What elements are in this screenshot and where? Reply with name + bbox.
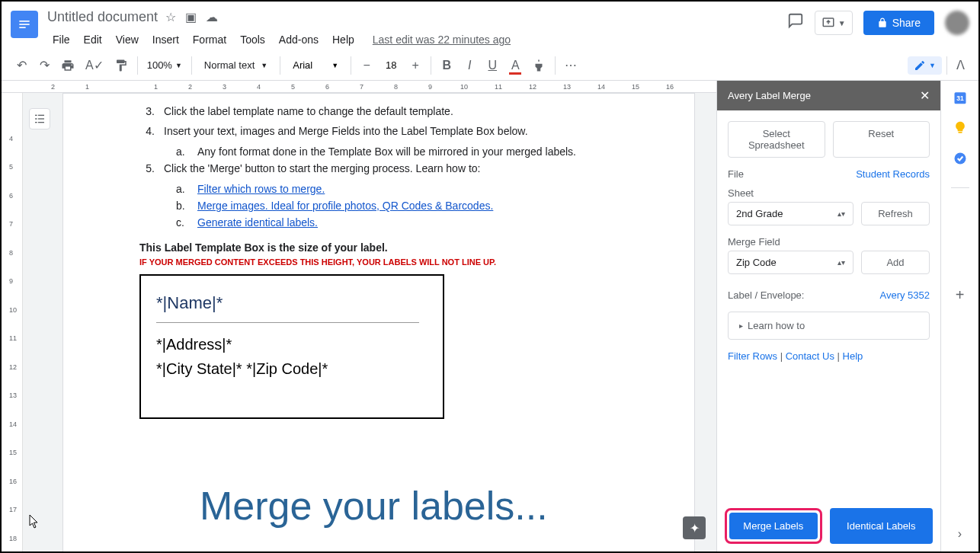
template-box-label: This Label Template Box is the size of y… [139,239,633,256]
menu-addons[interactable]: Add-ons [274,30,324,49]
menu-insert[interactable]: Insert [147,30,184,49]
document-title[interactable]: Untitled document [47,9,158,25]
svg-text:31: 31 [956,94,964,102]
header: Untitled document ☆ ▣ ☁ File Edit View I… [2,2,978,50]
help-links: Filter Rows | Contact Us | Help [728,350,930,362]
learn-how-expand[interactable]: ▸ Learn how to [728,312,930,340]
font-size-input[interactable]: 18 [379,59,403,71]
svg-rect-4 [35,115,37,116]
filter-rows-link[interactable]: Filter Rows [728,350,777,362]
decrease-font-button[interactable]: − [356,55,377,76]
menu-edit[interactable]: Edit [78,30,107,49]
label-value-link[interactable]: Avery 5352 [879,289,930,301]
menu-view[interactable]: View [110,30,144,49]
keep-icon[interactable] [953,120,968,136]
svg-rect-12 [958,132,962,133]
spellcheck-button[interactable]: A✓ [81,55,108,76]
docs-logo-icon[interactable] [11,11,38,38]
paint-format-button[interactable] [110,55,133,76]
menu-help[interactable]: Help [327,30,360,49]
template-address-field: *|Address|* [156,332,428,356]
undo-button[interactable]: ↶ [11,55,32,76]
svg-rect-2 [19,27,25,28]
bold-button[interactable]: B [436,55,457,76]
merge-labels-button[interactable]: Merge Labels [729,513,818,539]
main-area: 2112345678910111213141516 45678910111213… [2,81,978,551]
sheet-label: Sheet [728,187,754,199]
zoom-select[interactable]: 100% ▼ [143,56,187,74]
editing-mode-button[interactable]: ▼ [908,56,942,75]
sheet-select[interactable]: 2nd Grade▴▾ [728,202,853,225]
menu-format[interactable]: Format [187,30,232,49]
move-icon[interactable]: ▣ [185,10,197,24]
more-tools-button[interactable]: ⋯ [560,55,581,76]
present-button[interactable]: ▼ [815,11,853,35]
toolbar: ↶ ↷ A✓ 100% ▼ Normal text ▼ Arial▼ − 18 … [2,50,978,81]
refresh-button[interactable]: Refresh [861,202,930,225]
font-select[interactable]: Arial▼ [285,56,346,74]
cloud-icon[interactable]: ☁ [206,10,218,24]
help-link[interactable]: Help [843,350,863,362]
svg-rect-0 [19,21,29,22]
svg-rect-7 [38,118,44,119]
overlay-caption: Merge your labels... [200,483,548,529]
svg-rect-8 [35,122,37,123]
addon-sidebar: Avery Label Merge ✕ Select Spreadsheet R… [716,81,940,551]
add-button[interactable]: Add [861,251,930,274]
last-edit-link[interactable]: Last edit was 22 minutes ago [367,30,516,49]
merge-images-link[interactable]: Merge images. Ideal for profile photos, … [197,197,493,214]
star-icon[interactable]: ☆ [165,10,176,24]
svg-rect-1 [19,24,29,25]
explore-button[interactable]: ✦ [683,516,706,539]
sidebar-header: Avery Label Merge ✕ [717,81,940,110]
calendar-icon[interactable]: 31 [953,90,968,105]
menubar: File Edit View Insert Format Tools Add-o… [47,30,787,49]
increase-font-button[interactable]: + [405,55,426,76]
warning-text: IF YOUR MERGED CONTENT EXCEEDS THIS HEIG… [139,256,633,270]
menu-file[interactable]: File [47,30,75,49]
title-area: Untitled document ☆ ▣ ☁ File Edit View I… [47,8,787,49]
italic-button[interactable]: I [459,55,480,76]
horizontal-ruler[interactable]: 2112345678910111213141516 [2,81,716,93]
label-envelope-label: Label / Envelope: [728,289,804,301]
underline-button[interactable]: U [482,55,503,76]
svg-rect-5 [38,115,44,116]
svg-rect-6 [35,118,37,119]
text-color-button[interactable]: A [504,55,526,76]
redo-button[interactable]: ↷ [34,55,55,76]
user-avatar[interactable] [945,11,969,35]
highlight-button[interactable] [527,55,550,76]
svg-rect-9 [38,122,44,123]
cursor-icon [29,515,40,529]
contact-us-link[interactable]: Contact Us [786,350,834,362]
menu-tools[interactable]: Tools [235,30,271,49]
identical-labels-button[interactable]: Identical Labels [830,508,934,544]
comments-icon[interactable] [787,12,804,34]
right-rail: 31 + › [940,81,978,551]
template-city-field: *|City State|* *|Zip Code|* [156,356,428,381]
tasks-icon[interactable] [953,151,968,166]
select-spreadsheet-button[interactable]: Select Spreadsheet [728,121,825,158]
document-area: 2112345678910111213141516 45678910111213… [2,81,716,551]
generate-identical-link[interactable]: Generate identical labels. [197,214,318,231]
outline-toggle-button[interactable] [29,108,50,129]
reset-button[interactable]: Reset [833,121,930,158]
print-button[interactable] [56,55,79,76]
expand-panel-icon[interactable]: › [958,527,962,541]
merge-field-label: Merge Field [728,236,780,248]
style-select[interactable]: Normal text ▼ [197,56,275,74]
merge-field-select[interactable]: Zip Code▴▾ [728,251,853,274]
file-value-link[interactable]: Student Records [856,168,930,180]
file-label: File [728,168,744,180]
addons-plus-icon[interactable]: + [956,286,965,304]
filter-link[interactable]: Filter which rows to merge. [197,181,325,197]
collapse-button[interactable]: ᐱ [952,53,969,77]
template-name-field: *|Name|* [156,289,428,316]
label-template-box[interactable]: *|Name|* *|Address|* *|City State|* *|Zi… [139,274,444,419]
close-sidebar-icon[interactable]: ✕ [920,88,930,103]
share-button[interactable]: Share [863,11,934,35]
vertical-ruler[interactable]: 456789101112131415161718 [2,93,23,551]
sidebar-footer: Merge Labels Identical Labels [717,500,940,551]
